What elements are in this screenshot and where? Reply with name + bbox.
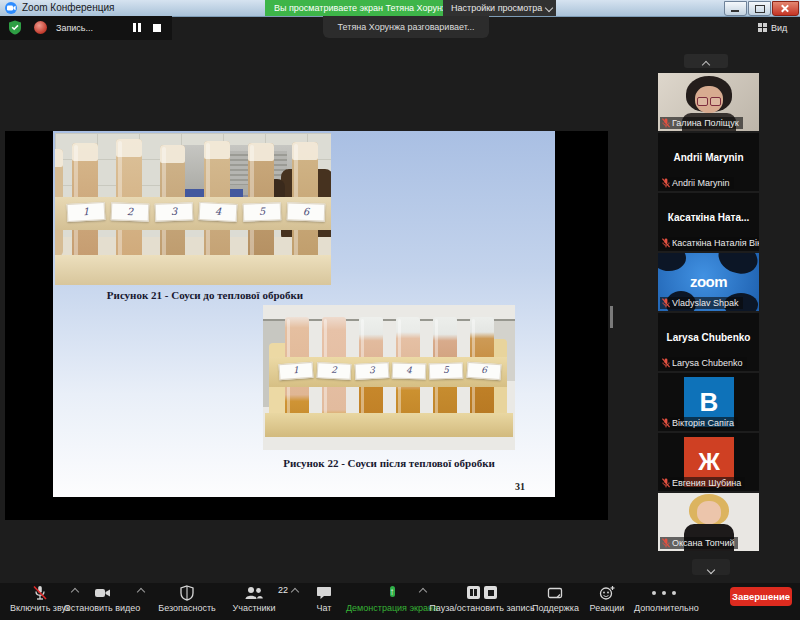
grid-view-icon — [758, 23, 767, 32]
record-control-label: Пауза/остановить запись — [428, 603, 536, 613]
active-speaker-toast: Тетяна Хорунжа разговаривает... — [323, 16, 489, 38]
tube-label: 6 — [287, 202, 326, 221]
pause-stop-recording-button[interactable]: Пауза/остановить запись — [428, 585, 536, 613]
participant-name: Larysa Chubenko — [672, 358, 743, 368]
participant-name-tag: Vladyslav Shpak — [660, 297, 743, 309]
participant-tile[interactable]: Касаткіна Ната... Касаткіна Наталія Вік.… — [658, 193, 759, 251]
tube-label: 1 — [67, 202, 106, 222]
stop-recording-icon[interactable] — [484, 586, 497, 599]
chat-label: Чат — [302, 603, 346, 613]
more-button[interactable]: Дополнительно — [634, 585, 694, 613]
tube-label: 3 — [355, 362, 390, 380]
more-label: Дополнительно — [634, 603, 694, 613]
participant-tile-avatar[interactable]: zoom Vladyslav Shpak — [658, 253, 759, 311]
minimize-button[interactable] — [724, 1, 747, 16]
participants-icon — [222, 585, 286, 601]
view-mode-button[interactable]: Вид — [758, 20, 787, 36]
participant-name-tag: Оксана Топчий — [660, 537, 738, 549]
muted-mic-icon — [662, 118, 670, 128]
participants-label: Участники — [222, 603, 286, 613]
figure-21-caption: Рисунок 21 - Соуси до теплової обробки — [55, 289, 355, 301]
participant-display-name: Larysa Chubenko — [658, 332, 759, 343]
reactions-icon — [584, 585, 630, 601]
zoom-logo-avatar: zoom — [658, 273, 759, 290]
tube-rack-base — [265, 413, 513, 437]
support-icon — [532, 585, 578, 601]
participants-button[interactable]: 22 Участники — [222, 585, 286, 613]
slide-page-number: 31 — [495, 481, 525, 492]
participant-tile-avatar[interactable]: B Вікторія Сапіга — [658, 373, 759, 431]
tube-label: 4 — [392, 362, 427, 379]
muted-mic-icon — [662, 538, 670, 548]
end-meeting-button[interactable]: Завершение — [730, 587, 792, 606]
muted-mic-icon — [662, 298, 670, 308]
chevron-up-icon — [702, 61, 710, 69]
security-shield-icon — [8, 20, 22, 35]
photo-sauces-after-heating: 1 2 3 4 5 6 — [263, 305, 515, 450]
security-label: Безопасность — [152, 603, 222, 613]
video-camera-icon — [62, 585, 142, 601]
tube-label: 1 — [278, 362, 313, 380]
tube-label: 6 — [466, 362, 501, 380]
zoom-app-icon — [5, 2, 17, 14]
stop-video-button[interactable]: Остановить видео — [62, 585, 142, 613]
maximize-button[interactable] — [748, 1, 771, 16]
photo-sauces-before-heating: 1 2 3 4 5 6 — [55, 133, 331, 285]
glasses — [696, 97, 722, 105]
recording-status: Запись... — [56, 23, 93, 33]
participant-name-tag: Касаткіна Наталія Вік... — [660, 237, 759, 249]
chevron-down-icon — [545, 4, 553, 12]
participant-name: Евгения Шубина — [672, 478, 741, 488]
participants-count: 22 — [278, 585, 288, 595]
participant-name: Оксана Топчий — [672, 538, 734, 548]
pause-recording-button[interactable] — [130, 21, 143, 34]
participant-name: Vladyslav Shpak — [672, 298, 739, 308]
screen-viewing-banner: Вы просматриваете экран Тетяна Хорунжа — [265, 0, 462, 16]
support-button[interactable]: Поддержка — [532, 585, 578, 613]
support-label: Поддержка — [532, 603, 578, 613]
recording-indicator-icon — [34, 21, 47, 34]
stop-recording-button[interactable] — [150, 21, 163, 34]
scrollbar-thumb[interactable] — [610, 306, 613, 328]
view-settings-dropdown[interactable]: Настройки просмотра — [443, 0, 556, 16]
close-button[interactable] — [772, 1, 799, 16]
stop-video-label: Остановить видео — [62, 603, 142, 613]
participant-name-tag: Вікторія Сапіга — [660, 417, 738, 429]
participant-name-tag: Евгения Шубина — [660, 477, 745, 489]
participant-name: Галина Поліщук — [672, 118, 739, 128]
view-label: Вид — [771, 23, 787, 33]
participant-tile-avatar[interactable]: Ж Евгения Шубина — [658, 433, 759, 491]
participant-name-tag: Larysa Chubenko — [660, 357, 747, 369]
tube-label: 2 — [317, 362, 352, 380]
participant-tile[interactable]: Larysa Chubenko Larysa Chubenko — [658, 313, 759, 371]
pause-recording-icon[interactable] — [467, 586, 480, 599]
reactions-label: Реакции — [584, 603, 630, 613]
presentation-slide: 1 2 3 4 5 6 Рисунок 21 - Соуси до теплов… — [53, 131, 555, 497]
participant-name-tag: Галина Поліщук — [660, 117, 743, 129]
window-title: Zoom Конференция — [22, 2, 114, 13]
tube-label: 5 — [243, 202, 282, 221]
chevron-down-icon — [707, 566, 715, 574]
participant-tile-avatar[interactable]: Оксана Топчий — [658, 493, 759, 551]
participant-name: Вікторія Сапіга — [672, 418, 734, 428]
tube-rack-base — [55, 255, 331, 285]
share-screen-label: Демонстрация экрана — [342, 603, 442, 613]
tube-label: 3 — [155, 202, 194, 221]
tube-label: 5 — [429, 362, 464, 379]
participant-tile[interactable]: Andrii Marynin Andrii Marynin — [658, 133, 759, 191]
chat-bubble-icon — [302, 585, 346, 601]
share-screen-icon: ↑ — [390, 586, 395, 597]
view-settings-label: Настройки просмотра — [451, 3, 542, 13]
share-screen-button[interactable]: ↑ Демонстрация экрана — [342, 585, 442, 613]
participant-display-name: Касаткіна Ната... — [658, 212, 759, 223]
participants-scroll-down-button[interactable] — [692, 559, 730, 575]
security-button[interactable]: Безопасность — [152, 585, 222, 613]
reactions-button[interactable]: Реакции — [584, 585, 630, 613]
participant-tile-video[interactable]: Галина Поліщук — [658, 73, 759, 131]
participants-collapse-button[interactable] — [684, 54, 728, 68]
muted-mic-icon — [662, 178, 670, 188]
participant-name: Andrii Marynin — [672, 178, 730, 188]
participant-name-tag: Andrii Marynin — [660, 177, 734, 189]
more-dots-icon — [634, 585, 694, 601]
chat-button[interactable]: Чат — [302, 585, 346, 613]
